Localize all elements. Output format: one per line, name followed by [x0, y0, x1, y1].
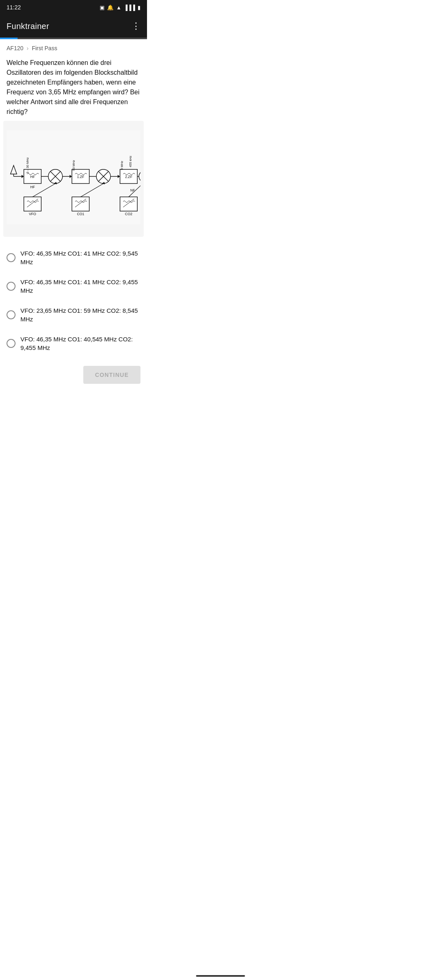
- continue-button[interactable]: CONTINUE: [83, 366, 140, 384]
- app-title: Funktrainer: [7, 22, 49, 31]
- options-container: VFO: 46,35 MHz CO1: 41 MHz CO2: 9,545 MH…: [0, 243, 147, 358]
- app-bar: Funktrainer ⋮: [0, 15, 147, 38]
- more-options-icon[interactable]: ⋮: [131, 21, 140, 31]
- radio-d[interactable]: [7, 339, 16, 348]
- option-b[interactable]: VFO: 46,35 MHz CO1: 41 MHz CO2: 9,455 MH…: [5, 272, 142, 301]
- svg-text:9 MHz: 9 MHz: [120, 161, 124, 170]
- notification-icon: 🔔: [107, 4, 114, 11]
- sim-icon: ▣: [100, 4, 105, 11]
- circuit-diagram: HF 3 – 30 MHz 1.ZF 50 MHz 2.Z: [3, 121, 144, 237]
- radio-b[interactable]: [7, 282, 16, 291]
- circuit-svg: HF 3 – 30 MHz 1.ZF 50 MHz 2.Z: [7, 124, 140, 230]
- signal-icon: ▐▐▐: [124, 4, 135, 11]
- svg-text:50 MHz: 50 MHz: [72, 160, 76, 171]
- svg-rect-44: [120, 197, 137, 211]
- bottom-area: [0, 392, 147, 425]
- breadcrumb-separator: ›: [27, 45, 29, 51]
- svg-text:1.ZF: 1.ZF: [77, 175, 84, 179]
- svg-text:2.ZF: 2.ZF: [125, 175, 132, 179]
- svg-text:3 – 30 MHz: 3 – 30 MHz: [26, 157, 29, 174]
- status-icons: ▣ 🔔 ▲ ▐▐▐ ▮: [100, 4, 140, 11]
- question-text: Welche Frequenzen können die drei Oszill…: [0, 53, 147, 121]
- radio-a[interactable]: [7, 253, 16, 262]
- battery-icon: ▮: [138, 4, 140, 11]
- radio-c[interactable]: [7, 310, 16, 319]
- option-c-text: VFO: 23,65 MHz CO1: 59 MHz CO2: 8,545 MH…: [20, 306, 140, 323]
- wifi-icon: ▲: [116, 4, 121, 11]
- svg-rect-39: [72, 197, 89, 211]
- option-b-text: VFO: 46,35 MHz CO1: 41 MHz CO2: 9,455 MH…: [20, 278, 140, 295]
- status-bar: 11:22 ▣ 🔔 ▲ ▐▐▐ ▮: [0, 0, 147, 15]
- svg-text:CO1: CO1: [77, 212, 84, 216]
- svg-text:HF: HF: [30, 185, 35, 189]
- svg-text:455 kHz: 455 kHz: [129, 156, 132, 167]
- option-c[interactable]: VFO: 23,65 MHz CO1: 59 MHz CO2: 8,545 MH…: [5, 301, 142, 329]
- option-d[interactable]: VFO: 46,35 MHz CO1: 40,545 MHz CO2: 9,45…: [5, 329, 142, 358]
- option-a[interactable]: VFO: 46,35 MHz CO1: 41 MHz CO2: 9,545 MH…: [5, 243, 142, 272]
- svg-rect-34: [24, 197, 41, 211]
- svg-text:HF: HF: [30, 175, 35, 179]
- svg-text:CO2: CO2: [125, 212, 132, 216]
- breadcrumb-subcategory: First Pass: [32, 45, 57, 51]
- breadcrumb: AF120 › First Pass: [0, 39, 147, 53]
- option-d-text: VFO: 46,35 MHz CO1: 40,545 MHz CO2: 9,45…: [20, 335, 140, 352]
- continue-button-container: CONTINUE: [0, 358, 147, 392]
- status-time: 11:22: [7, 4, 21, 11]
- option-a-text: VFO: 46,35 MHz CO1: 41 MHz CO2: 9,545 MH…: [20, 249, 140, 266]
- breadcrumb-category: AF120: [7, 45, 23, 51]
- svg-text:VFO: VFO: [29, 212, 36, 216]
